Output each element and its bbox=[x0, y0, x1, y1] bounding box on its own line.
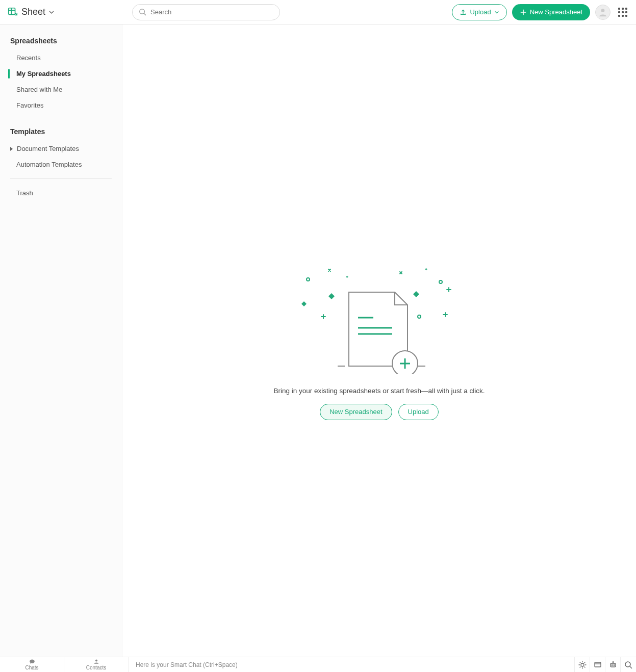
footer-bot-icon[interactable] bbox=[605, 657, 621, 672]
footer-tab-contacts-label: Contacts bbox=[86, 665, 106, 670]
search-icon bbox=[624, 661, 632, 669]
svg-rect-31 bbox=[610, 663, 616, 667]
svg-line-25 bbox=[580, 662, 580, 663]
chevron-down-icon bbox=[48, 9, 55, 15]
svg-point-19 bbox=[95, 659, 97, 661]
svg-point-32 bbox=[612, 664, 613, 665]
caret-right-icon bbox=[10, 147, 13, 151]
app-brand-menu[interactable]: Sheet bbox=[6, 5, 56, 20]
new-spreadsheet-button[interactable]: New Spreadsheet bbox=[512, 4, 590, 20]
app-body: Spreadsheets Recents My Spreadsheets Sha… bbox=[0, 24, 636, 657]
sidebar-item-document-templates[interactable]: Document Templates bbox=[0, 141, 122, 157]
sidebar-item-trash[interactable]: Trash bbox=[0, 185, 122, 201]
footer-tab-chats-label: Chats bbox=[25, 665, 38, 670]
footer-search-icon[interactable] bbox=[621, 657, 636, 672]
smart-chat-placeholder: Here is your Smart Chat (Ctrl+Space) bbox=[136, 661, 238, 668]
user-icon bbox=[598, 7, 608, 17]
empty-state-illustration bbox=[298, 262, 461, 374]
upload-button[interactable]: Upload bbox=[452, 4, 506, 20]
plus-icon bbox=[520, 9, 527, 16]
upload-icon bbox=[460, 9, 467, 16]
app-name: Sheet bbox=[21, 7, 45, 17]
footer-panel-icon[interactable] bbox=[590, 657, 605, 672]
sidebar-item-automation-templates[interactable]: Automation Templates bbox=[0, 157, 122, 172]
sidebar-item-my-spreadsheets[interactable]: My Spreadsheets bbox=[0, 66, 122, 82]
svg-point-36 bbox=[625, 662, 630, 667]
sidebar-separator bbox=[10, 178, 112, 179]
svg-point-8 bbox=[307, 278, 310, 281]
svg-point-9 bbox=[439, 280, 442, 283]
svg-line-37 bbox=[630, 666, 632, 668]
svg-rect-29 bbox=[595, 662, 601, 667]
footer-theme-icon[interactable] bbox=[575, 657, 590, 672]
footer-tab-chats[interactable]: Chats bbox=[0, 657, 64, 672]
sheet-logo-icon bbox=[7, 7, 18, 18]
upload-button-label: Upload bbox=[470, 8, 491, 16]
sidebar-item-favorites[interactable]: Favorites bbox=[0, 97, 122, 113]
svg-point-7 bbox=[601, 9, 605, 12]
search-icon bbox=[139, 8, 146, 16]
bot-icon bbox=[609, 661, 617, 669]
sidebar-item-recents[interactable]: Recents bbox=[0, 50, 122, 66]
apps-launcher-icon[interactable] bbox=[616, 5, 630, 19]
sidebar: Spreadsheets Recents My Spreadsheets Sha… bbox=[0, 24, 122, 657]
sidebar-item-shared[interactable]: Shared with Me bbox=[0, 82, 122, 97]
panel-icon bbox=[594, 661, 602, 669]
chat-bubble-icon bbox=[29, 659, 35, 664]
svg-rect-0 bbox=[9, 8, 15, 14]
user-avatar[interactable] bbox=[595, 5, 610, 20]
smart-chat-input[interactable]: Here is your Smart Chat (Ctrl+Space) bbox=[129, 657, 575, 672]
sidebar-section-templates: Templates bbox=[0, 124, 122, 141]
main-content: Bring in your existing spreadsheets or s… bbox=[122, 24, 636, 657]
search-field-wrap[interactable] bbox=[132, 4, 280, 20]
new-spreadsheet-label: New Spreadsheet bbox=[530, 8, 582, 16]
sidebar-section-spreadsheets: Spreadsheets bbox=[0, 34, 122, 50]
svg-point-35 bbox=[613, 661, 614, 662]
search-input[interactable] bbox=[150, 8, 273, 16]
svg-line-27 bbox=[584, 662, 585, 663]
empty-upload-button[interactable]: Upload bbox=[398, 404, 439, 420]
sun-icon bbox=[578, 661, 587, 669]
empty-state-message: Bring in your existing spreadsheets or s… bbox=[273, 387, 485, 395]
svg-point-3 bbox=[140, 9, 144, 14]
svg-point-20 bbox=[581, 663, 584, 666]
svg-point-10 bbox=[418, 315, 421, 318]
svg-point-33 bbox=[614, 664, 615, 665]
app-footer: Chats Contacts Here is your Smart Chat (… bbox=[0, 657, 636, 672]
chevron-down-icon bbox=[494, 10, 499, 15]
svg-line-26 bbox=[584, 667, 585, 667]
footer-tab-contacts[interactable]: Contacts bbox=[64, 657, 129, 672]
app-header: Sheet Upload New Spreadsheet bbox=[0, 0, 636, 24]
empty-new-spreadsheet-button[interactable]: New Spreadsheet bbox=[320, 404, 392, 420]
svg-line-4 bbox=[144, 13, 146, 15]
contacts-icon bbox=[93, 659, 99, 664]
svg-line-28 bbox=[580, 667, 580, 667]
empty-state-actions: New Spreadsheet Upload bbox=[320, 404, 439, 420]
